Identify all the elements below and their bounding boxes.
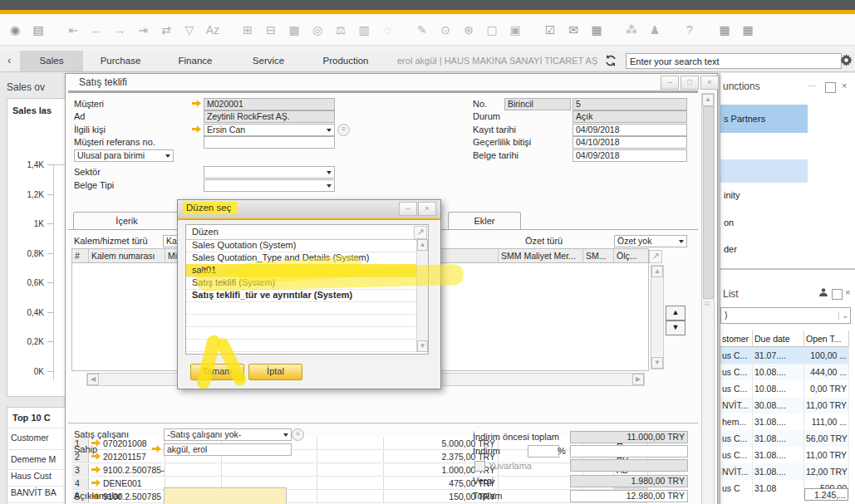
scroll-down-icon[interactable]: ▼ <box>651 357 663 369</box>
close-button[interactable]: × <box>700 76 719 90</box>
col-header-num[interactable]: # <box>72 249 89 263</box>
item-link-arrow-icon[interactable] <box>91 466 101 473</box>
tab-production[interactable]: Production <box>304 51 387 71</box>
refresh-icon[interactable] <box>604 54 617 69</box>
org-chart-icon[interactable]: ⁂ <box>623 22 640 38</box>
list-cell[interactable]: NVİT... <box>720 397 753 413</box>
copy-to-icon[interactable]: ⊟ <box>263 22 279 38</box>
list-col-customer[interactable]: stomer <box>720 330 753 347</box>
sales-employee-detail-icon[interactable]: ≡ <box>292 428 304 441</box>
grid-settings-icon[interactable]: ▦ <box>716 22 733 38</box>
sort-icon[interactable]: Az <box>204 22 221 38</box>
dialog-minimize-button[interactable]: – <box>399 202 417 216</box>
panel-maximize-icon[interactable] <box>832 289 843 300</box>
tab-service[interactable]: Service <box>233 51 304 71</box>
function-item[interactable]: on <box>720 216 808 229</box>
find-icon[interactable]: ◉ <box>7 22 23 38</box>
discount-amount-field[interactable] <box>570 445 688 458</box>
minimize-button[interactable]: – <box>661 76 679 90</box>
list-cell[interactable]: NVİT... <box>720 463 753 480</box>
edit-chart-icon[interactable]: ✎ <box>414 22 430 38</box>
list-cell[interactable]: 12,00 TRY <box>804 463 849 480</box>
gross-profit-icon[interactable]: ◎ <box>309 22 326 38</box>
mail-icon[interactable]: ✉ <box>565 22 582 38</box>
grid-cell[interactable]: 3 <box>72 464 89 477</box>
panel-more-icon[interactable]: ... <box>808 78 816 88</box>
doctype-dropdown[interactable] <box>204 179 335 192</box>
scroll-up-icon[interactable]: ▲ <box>702 94 714 106</box>
grid-cell[interactable] <box>222 464 317 477</box>
list-cell[interactable]: 0,00 TRY <box>804 380 849 397</box>
valid-until-field[interactable]: 04/10/2018 <box>572 136 687 149</box>
contact-link-arrow-icon[interactable] <box>192 125 201 133</box>
panel-maximize-icon[interactable] <box>825 82 836 93</box>
col-header-unit[interactable]: Ölç... <box>614 249 648 263</box>
dialog-close-button[interactable]: × <box>418 202 436 216</box>
grid-cell[interactable]: 4 <box>72 477 89 490</box>
sales-employee-dropdown[interactable]: -Satış çalışanı yok- <box>164 428 292 441</box>
maximize-button[interactable]: □ <box>681 76 699 90</box>
layout-item[interactable]: salt01 <box>186 264 421 277</box>
col-header-smm[interactable]: SMM Maliyet Mer... <box>499 249 583 263</box>
last-record-icon[interactable]: ⇥ <box>135 22 151 38</box>
row-down-button[interactable]: ▼ <box>666 321 685 335</box>
person-icon[interactable] <box>818 287 828 299</box>
tab-content[interactable]: İçerik <box>73 212 180 230</box>
search-input[interactable] <box>626 53 842 69</box>
col-header-sm[interactable]: SM... <box>583 249 614 263</box>
copy-from-icon[interactable]: ⊞ <box>239 22 256 38</box>
dialog-titlebar[interactable]: Düzen seç – × <box>178 200 440 220</box>
grid-vertical-scrollbar[interactable]: ▲ ▼ <box>651 265 664 369</box>
name-field[interactable]: Zeytinli RockFest AŞ. <box>204 110 335 123</box>
messages-icon[interactable]: ▣ <box>507 22 523 38</box>
discount-percent-field[interactable] <box>528 445 559 458</box>
list-cell[interactable]: hem... <box>720 413 753 430</box>
grid-cell[interactable]: DENE001 <box>89 477 165 490</box>
function-item[interactable]: s Partners <box>720 105 808 133</box>
list-cell[interactable]: 31.08 <box>753 480 804 497</box>
scroll-down-icon[interactable]: ▼ <box>417 340 428 352</box>
calendar-icon[interactable]: ▦ <box>588 22 605 38</box>
contact-dropdown[interactable]: Ersin Can <box>204 124 335 136</box>
list-cell[interactable]: us C <box>720 480 753 497</box>
layout-item[interactable]: Satış teklifi (System) <box>186 276 421 290</box>
function-item[interactable]: inity <box>720 188 808 202</box>
list-cell[interactable]: us C... <box>720 430 753 447</box>
help-icon[interactable]: ? <box>681 22 698 38</box>
previous-record-icon[interactable]: ← <box>88 22 105 38</box>
panel-close-icon[interactable]: × <box>842 81 847 91</box>
list-cell[interactable]: us C... <box>720 380 753 397</box>
cancel-button[interactable]: İptal <box>248 364 302 380</box>
tab-purchase[interactable]: Purchase <box>83 51 158 71</box>
refresh-record-icon[interactable]: ⇄ <box>158 22 174 38</box>
window-vertical-scrollbar[interactable]: ▲ ⁞⁞ <box>701 93 715 504</box>
col-header-item[interactable]: Kalem numarası <box>89 249 165 263</box>
posting-date-field[interactable]: 04/09/2018 <box>572 124 687 136</box>
list-cell[interactable]: 31.08.... <box>753 463 804 480</box>
checklist-icon[interactable]: ☑ <box>542 22 558 38</box>
transaction-preview-icon[interactable]: ◌ <box>379 22 396 38</box>
top10-row[interactable]: Dememe M <box>11 454 56 464</box>
next-record-icon[interactable]: → <box>111 22 128 38</box>
summary-type-dropdown[interactable]: Özet yok <box>614 235 687 247</box>
form-list-icon[interactable]: ▤ <box>30 22 47 38</box>
rounding-checkbox[interactable] <box>474 461 485 472</box>
ok-button[interactable]: Tamam <box>190 364 244 380</box>
series-field[interactable]: Birincil <box>504 98 571 110</box>
grid-cell[interactable] <box>317 477 384 490</box>
list-cell[interactable]: 10.08.... <box>753 364 804 380</box>
top10-row[interactable]: Haus Cust <box>11 471 52 481</box>
list-cell[interactable]: 31.08.... <box>753 430 804 447</box>
payment-means-icon[interactable]: ▦ <box>286 22 302 38</box>
grid-cell[interactable] <box>317 438 384 450</box>
function-item[interactable] <box>720 159 808 183</box>
list-cell[interactable]: 31.08.... <box>753 413 804 430</box>
panel-close-icon[interactable]: × <box>845 287 850 297</box>
list-filter-dropdown[interactable]: ) ⌄ <box>720 307 851 324</box>
query-tools-icon[interactable]: ⊛ <box>460 22 477 38</box>
list-col-duedate[interactable]: Due date <box>753 330 804 347</box>
grid-cell[interactable] <box>165 464 222 477</box>
nav-back-icon[interactable]: ‹ <box>7 54 11 66</box>
function-item[interactable]: der <box>720 242 808 256</box>
list-cell[interactable]: 31.08.... <box>753 447 804 463</box>
